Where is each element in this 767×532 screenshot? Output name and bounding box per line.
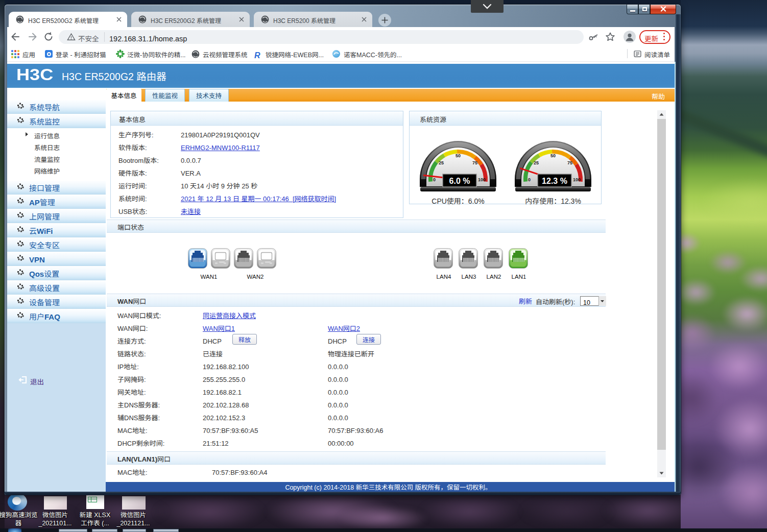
svg-text:100: 100 [573, 177, 581, 182]
svg-text:6.0 %: 6.0 % [449, 177, 470, 185]
svg-text:25: 25 [534, 160, 539, 165]
svg-text:75: 75 [472, 160, 477, 165]
svg-text:12.3 %: 12.3 % [542, 177, 567, 185]
svg-text:50: 50 [456, 153, 461, 158]
svg-text:100: 100 [478, 177, 486, 182]
svg-text:50: 50 [550, 153, 556, 158]
svg-text:0: 0 [433, 177, 436, 182]
svg-text:75: 75 [567, 160, 572, 165]
svg-text:25: 25 [439, 160, 444, 165]
svg-text:0: 0 [528, 177, 531, 182]
